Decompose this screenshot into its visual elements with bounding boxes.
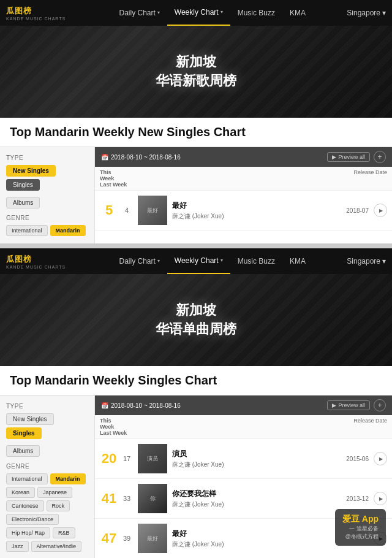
- song-artist-2-1: 薛之谦 (Joker Xue): [172, 500, 346, 509]
- song-title-2-0: 演员: [172, 449, 346, 459]
- nav-music-buzz-1[interactable]: Music Buzz: [230, 0, 282, 26]
- hero-title-cn-1: 新加坡 华语新歌周榜: [156, 53, 236, 91]
- type-buttons-1: New Singles Singles: [6, 165, 88, 191]
- btn-albums-1[interactable]: Albums: [6, 197, 40, 208]
- chart-content-1: Type New Singles Singles Albums Genre In…: [0, 147, 392, 243]
- genre-jazz-2[interactable]: Jazz: [6, 541, 29, 552]
- logo-text-2: 瓜图榜: [6, 254, 66, 265]
- logo-text-1: 瓜图榜: [6, 6, 66, 17]
- play-icon: ▶: [332, 154, 336, 160]
- nav-kma-2[interactable]: KMA: [282, 248, 313, 274]
- song-info-1-0: 最好 薛之谦 (Joker Xue): [172, 201, 346, 221]
- chart-title-2: Top Mandarin Weekly Singles Chart: [10, 373, 382, 388]
- preview-all-btn-1[interactable]: ▶ Preview all: [327, 152, 370, 162]
- section-weekly-singles: 瓜图榜 KANDE MUSIC CHARTS Daily Chart ▾ Wee…: [0, 248, 392, 558]
- btn-albums-2[interactable]: Albums: [6, 445, 40, 457]
- btn-singles-2[interactable]: Singles: [6, 427, 42, 439]
- nav-weekly-chart-2[interactable]: Weekly Chart ▾: [167, 248, 230, 274]
- nav-weekly-chart-1[interactable]: Weekly Chart ▾: [167, 0, 230, 26]
- play-button-1-0[interactable]: ▶: [374, 204, 387, 217]
- song-thumb-2-1: 你: [138, 484, 167, 513]
- date-actions-2: ▶ Preview all +: [327, 399, 386, 411]
- nav-kma-1[interactable]: KMA: [282, 0, 313, 26]
- watermark: 爱豆 App 一 追星必备 @冬眠式方程: [335, 509, 386, 546]
- chart-content-2: Type New Singles Singles Albums Genre In…: [0, 396, 392, 558]
- btn-new-singles-2[interactable]: New Singles: [6, 413, 54, 425]
- table-header-2: This Week Last Week Release Date: [95, 415, 392, 439]
- watermark-tagline: 一 追星必备: [342, 525, 379, 533]
- btn-singles-1[interactable]: Singles: [6, 179, 40, 191]
- song-info-2-1: 你还要我怎样 薛之谦 (Joker Xue): [172, 489, 346, 509]
- play-icon-2-0: ▶: [379, 456, 383, 462]
- sidebar-1: Type New Singles Singles Albums Genre In…: [0, 147, 95, 243]
- albums-group-1: Albums: [6, 197, 88, 208]
- chart-row-1-0: 5 4 最好 最好 薛之谦 (Joker Xue) 2018-07 ▶: [95, 191, 392, 231]
- chevron-icon: ▾: [221, 0, 223, 25]
- nav-daily-chart-2[interactable]: Daily Chart ▾: [111, 248, 167, 274]
- chart-row-2-0: 20 17 演员 演员 薛之谦 (Joker Xue) 2015-06 ▶: [95, 439, 392, 479]
- play-button-2-0[interactable]: ▶: [374, 452, 387, 465]
- logo-sub-2: KANDE MUSIC CHARTS: [6, 265, 66, 269]
- release-date-2-0: 2015-06: [346, 456, 369, 462]
- genre-japanese-2[interactable]: Japanese: [37, 487, 72, 498]
- genre-rock-2[interactable]: Rock: [47, 500, 70, 511]
- rank-last-2-1: 33: [121, 495, 133, 502]
- chevron-down-icon-2: ▾: [382, 257, 386, 266]
- logo-sub-1: KANDE MUSIC CHARTS: [6, 17, 66, 21]
- type-buttons-2: New Singles Singles: [6, 413, 88, 439]
- region-selector-2[interactable]: Singapore ▾: [347, 257, 386, 266]
- genre-rnb-2[interactable]: R&B: [53, 527, 75, 538]
- date-bar-2: 📅 2018-08-10 ~ 2018-08-16 ▶ Preview all …: [95, 396, 392, 415]
- genre-label-1: Genre: [6, 215, 88, 221]
- play-button-2-1[interactable]: ▶: [374, 492, 387, 505]
- genre-korean-2[interactable]: Korean: [6, 487, 35, 498]
- genre-buttons-1: International Mandarin: [6, 225, 88, 236]
- genre-mandarin-1[interactable]: Mandarin: [50, 225, 86, 236]
- albums-group-2: Albums: [6, 445, 88, 457]
- date-label-2: 📅 2018-08-10 ~ 2018-08-16: [101, 402, 181, 409]
- hero-title-cn-2: 新加坡 华语单曲周榜: [156, 301, 236, 339]
- date-actions-1: ▶ Preview all +: [327, 151, 386, 163]
- btn-new-singles-1[interactable]: New Singles: [6, 165, 56, 177]
- table-header-1: This Week Last Week Release Date: [95, 167, 392, 191]
- nav-daily-chart-1[interactable]: Daily Chart ▾: [111, 0, 167, 26]
- chart-title-bar-1: Top Mandarin Weekly New Singles Chart: [0, 118, 392, 147]
- chevron-icon-2: ▾: [157, 248, 160, 274]
- main-1: 📅 2018-08-10 ~ 2018-08-16 ▶ Preview all …: [95, 147, 392, 243]
- song-artist-1-0: 薛之谦 (Joker Xue): [172, 212, 346, 221]
- preview-all-btn-2[interactable]: ▶ Preview all: [327, 400, 370, 410]
- hero-1: 新加坡 华语新歌周榜: [0, 26, 392, 118]
- song-title-2-1: 你还要我怎样: [172, 489, 346, 499]
- genre-hiphop-2[interactable]: Hip Hop/ Rap: [6, 527, 50, 538]
- add-btn-2[interactable]: +: [374, 399, 386, 411]
- nav-music-buzz-2[interactable]: Music Buzz: [230, 248, 282, 274]
- play-icon-1-0: ▶: [379, 208, 383, 213]
- th-release-1: Release Date: [353, 169, 387, 188]
- chart-title-1: Top Mandarin Weekly New Singles Chart: [10, 125, 382, 139]
- genre-cantonese-2[interactable]: Cantonese: [6, 500, 44, 511]
- song-thumb-2-2: 最好: [138, 524, 167, 553]
- date-bar-1: 📅 2018-08-10 ~ 2018-08-16 ▶ Preview all …: [95, 147, 392, 167]
- genre-alt-2[interactable]: Alternative/Indie: [31, 541, 82, 552]
- rank-current-1-0: 5: [100, 202, 118, 218]
- release-date-1-0: 2018-07: [346, 207, 369, 214]
- watermark-app-name: 爱豆 App: [342, 514, 379, 525]
- song-title-1-0: 最好: [172, 201, 346, 211]
- rank-current-2-0: 20: [100, 451, 118, 467]
- sidebar-2: Type New Singles Singles Albums Genre In…: [0, 396, 95, 558]
- add-btn-1[interactable]: +: [374, 151, 386, 163]
- type-label-2: Type: [6, 403, 88, 410]
- release-date-2-1: 2013-12: [346, 495, 369, 502]
- navbar-1: 瓜图榜 KANDE MUSIC CHARTS Daily Chart ▾ Wee…: [0, 0, 392, 26]
- rank-last-1-0: 4: [121, 207, 133, 214]
- genre-international-2[interactable]: International: [6, 473, 48, 484]
- nav-items-1: Daily Chart ▾ Weekly Chart ▾ Music Buzz …: [78, 0, 347, 26]
- chevron-icon-3: ▾: [221, 248, 223, 273]
- region-selector-1[interactable]: Singapore ▾: [347, 9, 386, 17]
- date-label-1: 📅 2018-08-10 ~ 2018-08-16: [101, 154, 181, 161]
- genre-mandarin-2[interactable]: Mandarin: [50, 473, 86, 484]
- genre-electronic-2[interactable]: Electronic/Dance: [6, 514, 59, 525]
- section-weekly-new-singles: 瓜图榜 KANDE MUSIC CHARTS Daily Chart ▾ Wee…: [0, 0, 392, 243]
- rank-current-2-1: 41: [100, 491, 118, 506]
- genre-international-1[interactable]: International: [6, 225, 48, 236]
